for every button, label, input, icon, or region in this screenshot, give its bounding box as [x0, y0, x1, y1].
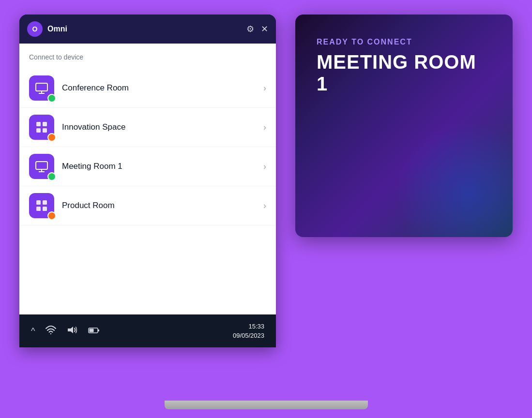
svg-rect-11	[43, 200, 47, 205]
svg-point-14	[50, 333, 51, 334]
taskbar-time: 15:33	[233, 322, 264, 331]
app-title: Omni	[47, 25, 242, 33]
grid-icon-1	[34, 120, 49, 134]
device-item-innovation-space[interactable]: Innovation Space ›	[19, 108, 276, 147]
app-header: O Omni ⚙ ✕	[19, 15, 276, 44]
monitor-icon-1	[34, 81, 49, 95]
svg-rect-17	[90, 328, 94, 332]
svg-rect-6	[43, 128, 47, 133]
chevron-icon-1: ›	[263, 83, 266, 93]
status-dot-orange-1	[47, 133, 56, 142]
device-list-panel: Connect to device Conference Room ›	[19, 44, 276, 314]
ready-label: READY TO CONNECT	[317, 38, 491, 46]
close-icon[interactable]: ✕	[261, 24, 268, 34]
svg-rect-12	[36, 207, 41, 211]
svg-rect-3	[36, 122, 41, 126]
battery-icon	[88, 326, 100, 336]
chevron-icon-4: ›	[263, 201, 266, 211]
taskbar: ^	[19, 314, 276, 347]
svg-rect-18	[98, 329, 99, 331]
svg-rect-4	[43, 122, 47, 126]
device-item-meeting-room-1[interactable]: Meeting Room 1 ›	[19, 147, 276, 186]
taskbar-left-icons: ^	[31, 326, 100, 337]
right-display: READY TO CONNECT MEETING ROOM 1	[295, 15, 513, 237]
taskbar-date: 09/05/2023	[233, 331, 264, 341]
device-name-meeting-room-1: Meeting Room 1	[62, 162, 263, 171]
app-logo: O	[27, 21, 43, 37]
device-item-conference-room[interactable]: Conference Room ›	[19, 69, 276, 108]
svg-rect-13	[43, 207, 47, 211]
volume-icon[interactable]	[67, 326, 77, 337]
main-container: O Omni ⚙ ✕ Connect to device	[0, 0, 532, 418]
meeting-title: MEETING ROOM 1	[317, 51, 491, 95]
device-item-product-room[interactable]: Product Room ›	[19, 186, 276, 225]
chevron-icon-2: ›	[263, 122, 266, 133]
laptop-stand-bar	[165, 401, 368, 409]
svg-rect-0	[36, 83, 47, 91]
header-icons: ⚙ ✕	[246, 24, 268, 34]
settings-icon[interactable]: ⚙	[246, 24, 254, 34]
svg-rect-7	[36, 162, 47, 169]
device-name-conference-room: Conference Room	[62, 83, 263, 93]
left-device-panel: O Omni ⚙ ✕ Connect to device	[19, 15, 276, 347]
chevron-icon-3: ›	[263, 162, 266, 172]
app-window: O Omni ⚙ ✕ Connect to device	[19, 15, 276, 314]
device-icon-product-room	[29, 193, 54, 218]
wifi-icon	[46, 326, 56, 337]
svg-rect-10	[36, 200, 41, 205]
svg-rect-5	[36, 128, 41, 133]
status-dot-green-2	[47, 172, 56, 181]
taskbar-datetime: 15:33 09/05/2023	[233, 322, 264, 341]
device-icon-meeting-room-1	[29, 154, 54, 179]
display-screen: READY TO CONNECT MEETING ROOM 1	[295, 15, 513, 237]
up-arrow-icon[interactable]: ^	[31, 326, 35, 336]
monitor-icon-2	[34, 159, 49, 174]
device-icon-innovation-space	[29, 115, 54, 140]
device-name-product-room: Product Room	[62, 201, 263, 210]
svg-marker-15	[68, 327, 73, 333]
connect-label: Connect to device	[19, 53, 276, 69]
status-dot-green-1	[47, 94, 56, 103]
status-dot-orange-2	[47, 211, 56, 220]
device-icon-conference-room	[29, 75, 54, 101]
grid-icon-2	[34, 198, 49, 213]
device-name-innovation-space: Innovation Space	[62, 122, 263, 132]
